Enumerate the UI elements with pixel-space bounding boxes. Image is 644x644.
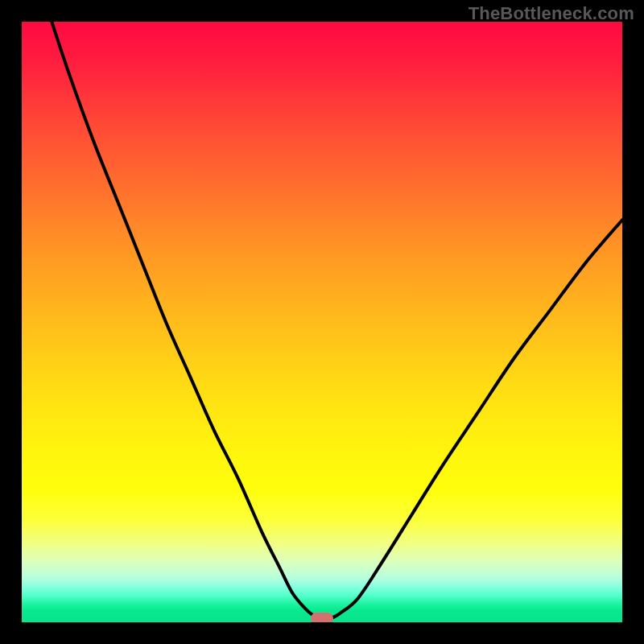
optimum-marker — [311, 613, 333, 622]
watermark-text: TheBottleneck.com — [469, 3, 634, 24]
chart-frame: TheBottleneck.com — [0, 0, 644, 644]
plot-area — [22, 22, 622, 622]
bottleneck-curve — [22, 22, 622, 622]
